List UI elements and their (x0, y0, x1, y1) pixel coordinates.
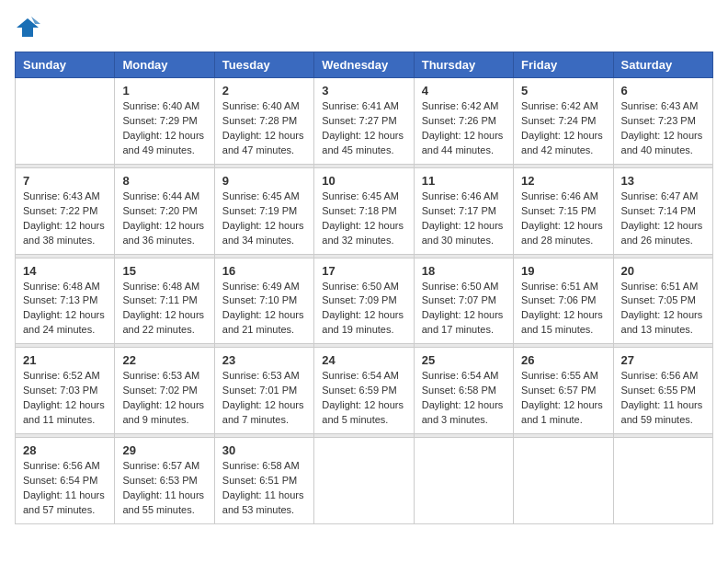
day-number: 17 (322, 264, 405, 278)
day-number: 24 (322, 353, 405, 367)
calendar-cell: 18Sunrise: 6:50 AM Sunset: 7:07 PM Dayli… (414, 258, 513, 344)
calendar-cell: 2Sunrise: 6:40 AM Sunset: 7:28 PM Daylig… (214, 78, 313, 165)
calendar-cell: 10Sunrise: 6:45 AM Sunset: 7:18 PM Dayli… (314, 167, 414, 254)
day-number: 19 (521, 264, 605, 278)
day-number: 13 (621, 174, 705, 188)
column-header-wednesday: Wednesday (314, 52, 414, 78)
calendar-cell: 11Sunrise: 6:46 AM Sunset: 7:17 PM Dayli… (414, 167, 513, 254)
day-info: Sunrise: 6:46 AM Sunset: 7:15 PM Dayligh… (521, 190, 605, 248)
column-header-tuesday: Tuesday (214, 52, 313, 78)
calendar-cell: 9Sunrise: 6:45 AM Sunset: 7:19 PM Daylig… (214, 167, 313, 254)
day-info: Sunrise: 6:46 AM Sunset: 7:17 PM Dayligh… (422, 190, 506, 248)
calendar-cell (613, 438, 712, 524)
calendar-cell: 14Sunrise: 6:48 AM Sunset: 7:13 PM Dayli… (16, 258, 115, 344)
day-info: Sunrise: 6:42 AM Sunset: 7:26 PM Dayligh… (422, 99, 506, 158)
day-number: 20 (621, 264, 705, 278)
day-info: Sunrise: 6:42 AM Sunset: 7:24 PM Dayligh… (521, 99, 605, 158)
day-number: 22 (122, 353, 206, 367)
column-header-saturday: Saturday (613, 52, 712, 78)
day-number: 30 (222, 443, 306, 457)
day-info: Sunrise: 6:51 AM Sunset: 7:06 PM Dayligh… (521, 280, 605, 339)
day-number: 4 (422, 84, 506, 98)
logo-icon (15, 15, 40, 40)
calendar-week-row: 7Sunrise: 6:43 AM Sunset: 7:22 PM Daylig… (16, 167, 713, 254)
day-number: 5 (521, 84, 605, 98)
column-header-friday: Friday (514, 52, 613, 78)
day-number: 14 (23, 264, 107, 278)
day-info: Sunrise: 6:45 AM Sunset: 7:18 PM Dayligh… (322, 190, 405, 248)
calendar-cell: 28Sunrise: 6:56 AM Sunset: 6:54 PM Dayli… (16, 438, 115, 524)
day-number: 8 (122, 174, 206, 188)
calendar-week-row: 28Sunrise: 6:56 AM Sunset: 6:54 PM Dayli… (16, 438, 713, 524)
day-info: Sunrise: 6:55 AM Sunset: 6:57 PM Dayligh… (521, 369, 605, 428)
day-number: 3 (322, 84, 405, 98)
calendar-cell: 23Sunrise: 6:53 AM Sunset: 7:01 PM Dayli… (214, 348, 313, 434)
calendar-cell: 24Sunrise: 6:54 AM Sunset: 6:59 PM Dayli… (314, 348, 414, 434)
calendar-cell: 22Sunrise: 6:53 AM Sunset: 7:02 PM Dayli… (115, 348, 214, 434)
calendar-cell (414, 438, 513, 524)
day-number: 10 (322, 174, 405, 188)
calendar-cell: 13Sunrise: 6:47 AM Sunset: 7:14 PM Dayli… (613, 167, 712, 254)
calendar-week-row: 21Sunrise: 6:52 AM Sunset: 7:03 PM Dayli… (16, 348, 713, 434)
calendar-cell: 20Sunrise: 6:51 AM Sunset: 7:05 PM Dayli… (613, 258, 712, 344)
day-number: 16 (222, 264, 306, 278)
day-info: Sunrise: 6:43 AM Sunset: 7:23 PM Dayligh… (621, 99, 705, 158)
day-info: Sunrise: 6:54 AM Sunset: 6:59 PM Dayligh… (322, 369, 405, 428)
calendar-cell: 26Sunrise: 6:55 AM Sunset: 6:57 PM Dayli… (514, 348, 613, 434)
day-info: Sunrise: 6:48 AM Sunset: 7:13 PM Dayligh… (23, 280, 107, 339)
calendar-cell: 15Sunrise: 6:48 AM Sunset: 7:11 PM Dayli… (115, 258, 214, 344)
calendar-cell: 8Sunrise: 6:44 AM Sunset: 7:20 PM Daylig… (115, 167, 214, 254)
calendar-cell: 7Sunrise: 6:43 AM Sunset: 7:22 PM Daylig… (16, 167, 115, 254)
calendar-cell: 1Sunrise: 6:40 AM Sunset: 7:29 PM Daylig… (115, 78, 214, 165)
day-info: Sunrise: 6:57 AM Sunset: 6:53 PM Dayligh… (122, 459, 206, 518)
calendar-cell: 17Sunrise: 6:50 AM Sunset: 7:09 PM Dayli… (314, 258, 414, 344)
day-number: 12 (521, 174, 605, 188)
day-number: 11 (422, 174, 506, 188)
day-number: 21 (23, 353, 107, 367)
day-info: Sunrise: 6:56 AM Sunset: 6:54 PM Dayligh… (23, 459, 107, 518)
calendar-cell: 3Sunrise: 6:41 AM Sunset: 7:27 PM Daylig… (314, 78, 414, 165)
day-info: Sunrise: 6:53 AM Sunset: 7:02 PM Dayligh… (122, 369, 206, 428)
calendar-cell: 16Sunrise: 6:49 AM Sunset: 7:10 PM Dayli… (214, 258, 313, 344)
day-number: 2 (222, 84, 306, 98)
page-header (15, 15, 713, 40)
calendar-cell: 19Sunrise: 6:51 AM Sunset: 7:06 PM Dayli… (514, 258, 613, 344)
day-info: Sunrise: 6:56 AM Sunset: 6:55 PM Dayligh… (621, 369, 705, 428)
day-number: 23 (222, 353, 306, 367)
day-info: Sunrise: 6:45 AM Sunset: 7:19 PM Dayligh… (222, 190, 306, 248)
day-number: 9 (222, 174, 306, 188)
day-info: Sunrise: 6:50 AM Sunset: 7:09 PM Dayligh… (322, 280, 405, 339)
calendar-header-row: SundayMondayTuesdayWednesdayThursdayFrid… (16, 52, 713, 78)
day-info: Sunrise: 6:40 AM Sunset: 7:29 PM Dayligh… (122, 99, 206, 158)
day-info: Sunrise: 6:50 AM Sunset: 7:07 PM Dayligh… (422, 280, 506, 339)
day-info: Sunrise: 6:44 AM Sunset: 7:20 PM Dayligh… (122, 190, 206, 248)
day-number: 15 (122, 264, 206, 278)
column-header-thursday: Thursday (414, 52, 513, 78)
day-number: 7 (23, 174, 107, 188)
day-info: Sunrise: 6:52 AM Sunset: 7:03 PM Dayligh… (23, 369, 107, 428)
calendar-cell: 4Sunrise: 6:42 AM Sunset: 7:26 PM Daylig… (414, 78, 513, 165)
day-info: Sunrise: 6:49 AM Sunset: 7:10 PM Dayligh… (222, 280, 306, 339)
day-number: 6 (621, 84, 705, 98)
day-info: Sunrise: 6:54 AM Sunset: 6:58 PM Dayligh… (422, 369, 506, 428)
calendar-cell: 27Sunrise: 6:56 AM Sunset: 6:55 PM Dayli… (613, 348, 712, 434)
day-number: 27 (621, 353, 705, 367)
calendar-cell: 21Sunrise: 6:52 AM Sunset: 7:03 PM Dayli… (16, 348, 115, 434)
day-number: 18 (422, 264, 506, 278)
day-info: Sunrise: 6:53 AM Sunset: 7:01 PM Dayligh… (222, 369, 306, 428)
day-number: 1 (122, 84, 206, 98)
calendar-table: SundayMondayTuesdayWednesdayThursdayFrid… (15, 52, 713, 524)
calendar-cell (16, 78, 115, 165)
day-info: Sunrise: 6:48 AM Sunset: 7:11 PM Dayligh… (122, 280, 206, 339)
logo (15, 15, 44, 40)
day-number: 25 (422, 353, 506, 367)
calendar-cell (314, 438, 414, 524)
calendar-cell (514, 438, 613, 524)
day-info: Sunrise: 6:51 AM Sunset: 7:05 PM Dayligh… (621, 280, 705, 339)
column-header-monday: Monday (115, 52, 214, 78)
calendar-week-row: 14Sunrise: 6:48 AM Sunset: 7:13 PM Dayli… (16, 258, 713, 344)
calendar-cell: 25Sunrise: 6:54 AM Sunset: 6:58 PM Dayli… (414, 348, 513, 434)
calendar-cell: 30Sunrise: 6:58 AM Sunset: 6:51 PM Dayli… (214, 438, 313, 524)
day-info: Sunrise: 6:41 AM Sunset: 7:27 PM Dayligh… (322, 99, 405, 158)
column-header-sunday: Sunday (16, 52, 115, 78)
